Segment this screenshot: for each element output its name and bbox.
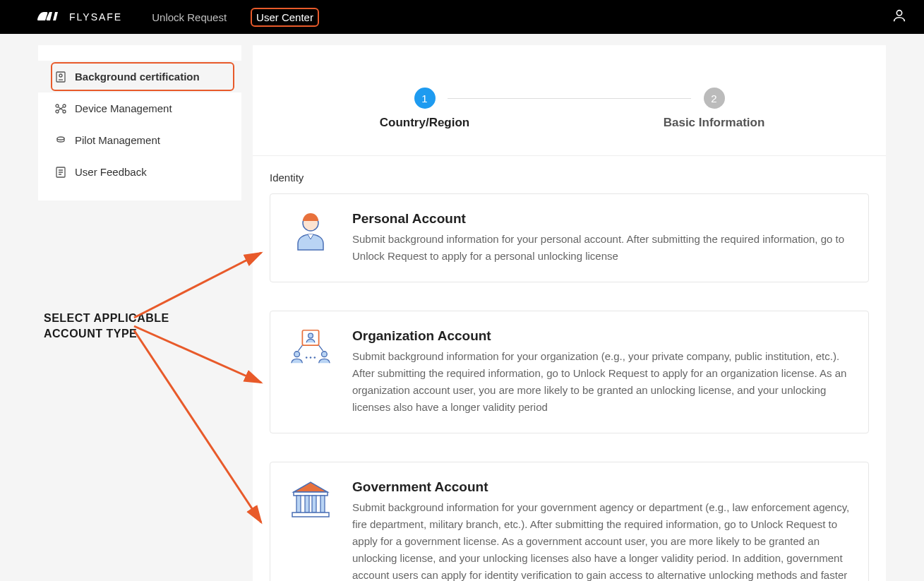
svg-point-2 <box>59 74 62 77</box>
card-title: Government Account <box>352 479 850 495</box>
drone-icon <box>55 103 66 114</box>
svg-line-23 <box>134 253 261 318</box>
government-building-icon <box>289 479 332 523</box>
person-icon <box>289 211 332 255</box>
svg-rect-21 <box>320 496 325 513</box>
sidebar: Background certification Device Manageme… <box>38 45 241 200</box>
svg-point-12 <box>294 352 300 357</box>
step-2-label: Basic Information <box>664 116 765 130</box>
brand-logo[interactable]: FLYSAFE <box>37 11 122 23</box>
svg-point-4 <box>63 104 66 107</box>
svg-point-14 <box>306 357 308 359</box>
svg-point-3 <box>56 104 59 107</box>
svg-point-15 <box>310 357 312 359</box>
sidebar-item-pilot-management[interactable]: Pilot Management <box>38 124 241 156</box>
brand-text: FLYSAFE <box>69 11 122 23</box>
pilot-icon <box>55 135 66 146</box>
svg-point-7 <box>57 137 64 140</box>
organization-icon <box>289 328 332 372</box>
sidebar-item-label: User Feedback <box>75 166 147 178</box>
feedback-icon <box>55 167 66 178</box>
card-government-account[interactable]: Government Account Submit background inf… <box>270 462 869 581</box>
step-1-label: Country/Region <box>380 116 470 130</box>
user-profile-icon[interactable] <box>892 8 907 26</box>
nav-user-center[interactable]: User Center <box>251 8 319 27</box>
certificate-icon <box>55 71 66 83</box>
card-description: Submit background information for your o… <box>352 348 850 416</box>
svg-point-5 <box>56 110 59 113</box>
card-description: Submit background information for your g… <box>352 499 850 581</box>
svg-line-25 <box>134 330 261 522</box>
svg-rect-20 <box>312 496 316 513</box>
svg-point-16 <box>314 357 316 359</box>
top-nav-bar: FLYSAFE Unlock Request User Center <box>0 0 924 34</box>
svg-point-6 <box>63 110 66 113</box>
sidebar-item-background-certification[interactable]: Background certification <box>38 61 241 92</box>
svg-rect-17 <box>294 492 328 496</box>
identity-section-label: Identity <box>270 172 869 184</box>
card-organization-account[interactable]: Organization Account Submit background i… <box>270 311 869 433</box>
svg-rect-22 <box>292 513 329 517</box>
sidebar-item-label: Pilot Management <box>75 134 160 146</box>
svg-point-11 <box>308 333 313 338</box>
svg-point-13 <box>322 352 328 357</box>
svg-rect-18 <box>296 496 301 513</box>
card-title: Personal Account <box>352 211 850 227</box>
sidebar-item-user-feedback[interactable]: User Feedback <box>38 156 241 188</box>
sidebar-item-label: Device Management <box>75 102 172 114</box>
step-indicator: 1 Country/Region 2 Basic Information <box>253 66 886 156</box>
card-description: Submit background information for your p… <box>352 231 850 265</box>
sidebar-item-label: Background certification <box>75 71 200 83</box>
nav-unlock-request[interactable]: Unlock Request <box>148 9 231 25</box>
annotation-select-account-type: SELECT APPLICABLE ACCOUNT TYPE <box>44 311 169 341</box>
dji-logo-icon <box>37 11 65 23</box>
annotation-arrow-3 <box>127 326 268 531</box>
step-2-circle: 2 <box>704 88 725 109</box>
card-personal-account[interactable]: Personal Account Submit background infor… <box>270 193 869 282</box>
main-panel: 1 Country/Region 2 Basic Information Ide… <box>253 45 886 581</box>
sidebar-item-device-management[interactable]: Device Management <box>38 92 241 124</box>
svg-point-0 <box>896 11 901 16</box>
svg-rect-19 <box>305 496 309 513</box>
step-1-circle: 1 <box>414 88 436 109</box>
card-title: Organization Account <box>352 328 850 344</box>
